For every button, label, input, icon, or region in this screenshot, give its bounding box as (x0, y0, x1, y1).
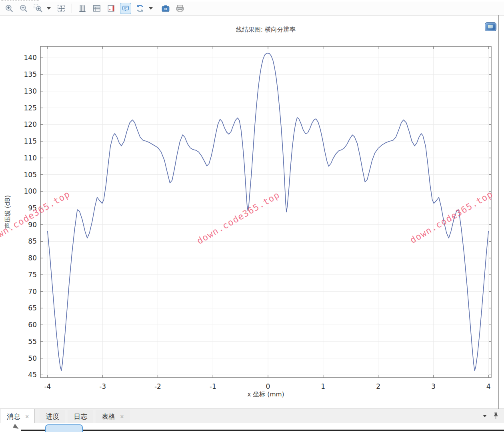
svg-text:100: 100 (24, 187, 37, 195)
svg-text:-4: -4 (44, 382, 51, 390)
svg-text:140: 140 (24, 54, 37, 62)
svg-text:70: 70 (28, 288, 37, 296)
tab-label: 消息 (7, 412, 20, 421)
close-icon[interactable]: × (25, 414, 29, 420)
zoom-dropdown-caret[interactable] (47, 7, 51, 10)
camera-icon (161, 4, 170, 13)
graphics-panel: 4550556065707580859095100105110115120125… (0, 15, 504, 409)
x-grid-button[interactable] (77, 3, 88, 14)
zoom-in-button[interactable] (4, 3, 15, 14)
svg-text:-2: -2 (154, 382, 161, 390)
pin-icon[interactable] (493, 412, 498, 419)
refresh-plot-button[interactable] (134, 3, 146, 14)
svg-text:0: 0 (266, 382, 270, 390)
grid-lines-x-icon (78, 4, 87, 13)
plot-tooltip-button[interactable] (120, 3, 131, 14)
axis-limits-icon (107, 4, 116, 13)
tab-log[interactable]: 日志 (68, 410, 93, 423)
svg-text:50: 50 (28, 354, 37, 362)
svg-text:75: 75 (28, 271, 37, 279)
svg-text:x 坐标 (mm): x 坐标 (mm) (247, 391, 284, 398)
tab-messages[interactable]: 消息 × (1, 409, 35, 423)
graphics-toolbar (0, 2, 504, 15)
tab-label: 进度 (46, 412, 59, 421)
print-button[interactable] (174, 3, 186, 14)
line-plot[interactable]: 4550556065707580859095100105110115120125… (0, 16, 504, 409)
partial-blue-button[interactable] (45, 424, 83, 432)
svg-text:55: 55 (28, 338, 37, 346)
zoom-box-icon (34, 4, 42, 13)
comsol-graphics-window: 4550556065707580859095100105110115120125… (0, 0, 504, 432)
table-grid-button[interactable] (91, 3, 102, 14)
watermark: down.code365.top (195, 190, 282, 246)
svg-text:1: 1 (321, 382, 325, 390)
svg-text:120: 120 (24, 120, 37, 128)
toolbar-separator (72, 4, 72, 13)
svg-text:130: 130 (24, 87, 37, 95)
svg-text:2: 2 (376, 382, 380, 390)
svg-text:60: 60 (28, 321, 37, 329)
svg-text:4: 4 (486, 382, 491, 390)
zoom-extents-button[interactable] (56, 3, 67, 14)
grid-table-icon (92, 4, 101, 13)
tab-label: 表格 (102, 412, 115, 421)
svg-text:45: 45 (28, 371, 37, 379)
graphics-window-button[interactable] (485, 22, 496, 31)
svg-text:105: 105 (24, 171, 37, 179)
tab-table[interactable]: 表格 × (96, 410, 130, 423)
zoom-out-icon (19, 4, 28, 13)
pane-divider-line (21, 430, 504, 431)
refresh-dropdown-caret[interactable] (149, 7, 153, 10)
svg-text:线结果图: 横向分辨率: 线结果图: 横向分辨率 (236, 26, 296, 33)
zoom-in-icon (5, 4, 14, 13)
tab-progress[interactable]: 进度 (40, 410, 65, 423)
zoom-out-button[interactable] (18, 3, 29, 14)
messages-pane-top (0, 423, 504, 432)
watermark: down.code365.top (408, 189, 495, 245)
tabbar-spacer (130, 409, 483, 423)
printer-icon (176, 4, 184, 13)
svg-text:-1: -1 (210, 382, 216, 390)
zoom-box-button[interactable] (32, 3, 44, 14)
zoom-extents-icon (57, 4, 66, 13)
image-snapshot-button[interactable] (160, 3, 171, 14)
refresh-plot-icon (136, 4, 144, 13)
svg-text:80: 80 (28, 254, 37, 262)
tab-list-caret[interactable] (483, 415, 487, 417)
tab-label: 日志 (74, 412, 87, 421)
close-icon[interactable]: × (120, 414, 124, 420)
svg-text:110: 110 (24, 154, 37, 162)
panel-right-border (498, 15, 499, 409)
plot-tooltip-icon (121, 4, 130, 13)
bottom-tab-bar: 消息 × 进度 日志 表格 × (0, 409, 504, 423)
svg-text:-3: -3 (99, 382, 106, 390)
cursor-arrow-icon (13, 424, 20, 430)
svg-text:65: 65 (28, 304, 37, 312)
tabbar-controls (483, 409, 504, 423)
svg-text:3: 3 (431, 382, 436, 390)
svg-text:135: 135 (24, 70, 37, 78)
svg-text:125: 125 (24, 104, 37, 112)
svg-text:85: 85 (28, 237, 37, 245)
axis-limits-button[interactable] (106, 3, 117, 14)
svg-text:115: 115 (24, 137, 37, 145)
